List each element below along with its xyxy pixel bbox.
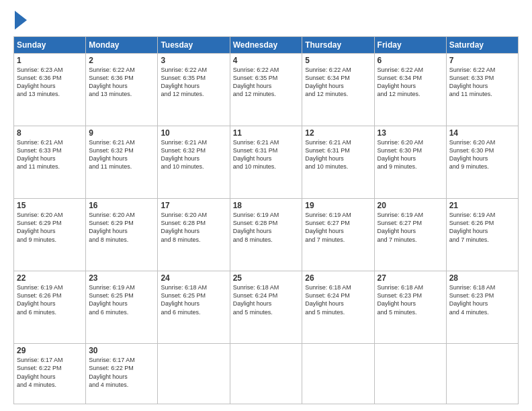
day-number: 21 (449, 201, 515, 210)
calendar-cell: 26Sunrise: 6:18 AMSunset: 6:24 PMDayligh… (302, 271, 374, 344)
cell-info: Sunrise: 6:17 AMSunset: 6:22 PMDaylight … (89, 357, 135, 387)
cell-info: Sunrise: 6:20 AMSunset: 6:30 PMDaylight … (378, 139, 424, 170)
calendar-cell: 19Sunrise: 6:19 AMSunset: 6:27 PMDayligh… (302, 199, 374, 271)
cell-info: Sunrise: 6:21 AMSunset: 6:32 PMDaylight … (89, 139, 135, 170)
calendar-cell: 2Sunrise: 6:22 AMSunset: 6:36 PMDaylight… (86, 54, 158, 126)
day-number: 22 (17, 273, 83, 283)
day-number: 20 (378, 201, 443, 210)
day-number: 7 (449, 56, 515, 65)
cell-info: Sunrise: 6:18 AMSunset: 6:23 PMDaylight … (449, 284, 496, 315)
calendar-cell: 22Sunrise: 6:19 AMSunset: 6:26 PMDayligh… (14, 271, 86, 344)
day-header-tuesday: Tuesday (158, 37, 230, 54)
calendar-cell: 18Sunrise: 6:19 AMSunset: 6:28 PMDayligh… (230, 199, 302, 271)
cell-info: Sunrise: 6:22 AMSunset: 6:34 PMDaylight … (305, 66, 351, 97)
cell-info: Sunrise: 6:21 AMSunset: 6:33 PMDaylight … (17, 139, 63, 170)
cell-info: Sunrise: 6:22 AMSunset: 6:35 PMDaylight … (233, 66, 279, 97)
day-number: 12 (305, 128, 371, 138)
cell-info: Sunrise: 6:23 AMSunset: 6:36 PMDaylight … (17, 66, 63, 97)
calendar-cell: 12Sunrise: 6:21 AMSunset: 6:31 PMDayligh… (302, 126, 374, 199)
calendar-cell (230, 344, 302, 404)
day-number: 24 (161, 273, 226, 283)
cell-info: Sunrise: 6:18 AMSunset: 6:24 PMDaylight … (233, 284, 279, 315)
cell-info: Sunrise: 6:22 AMSunset: 6:34 PMDaylight … (378, 66, 424, 97)
day-number: 5 (305, 56, 371, 65)
calendar-cell (158, 344, 230, 404)
cell-info: Sunrise: 6:17 AMSunset: 6:22 PMDaylight … (17, 357, 63, 387)
calendar-cell: 11Sunrise: 6:21 AMSunset: 6:31 PMDayligh… (230, 126, 302, 199)
day-number: 4 (233, 56, 300, 65)
cell-info: Sunrise: 6:19 AMSunset: 6:28 PMDaylight … (233, 212, 279, 242)
day-header-monday: Monday (86, 37, 158, 54)
day-number: 25 (233, 273, 300, 283)
cell-info: Sunrise: 6:19 AMSunset: 6:27 PMDaylight … (378, 212, 424, 242)
calendar-cell: 4Sunrise: 6:22 AMSunset: 6:35 PMDaylight… (230, 54, 302, 126)
cell-info: Sunrise: 6:20 AMSunset: 6:29 PMDaylight … (89, 212, 135, 242)
calendar-cell (446, 344, 518, 404)
day-number: 6 (378, 56, 443, 65)
calendar-cell: 7Sunrise: 6:22 AMSunset: 6:33 PMDaylight… (446, 54, 518, 126)
day-number: 2 (89, 56, 154, 65)
logo (13, 11, 27, 30)
day-number: 26 (305, 273, 371, 283)
cell-info: Sunrise: 6:21 AMSunset: 6:32 PMDaylight … (161, 139, 207, 170)
cell-info: Sunrise: 6:18 AMSunset: 6:23 PMDaylight … (378, 284, 424, 315)
calendar-cell: 21Sunrise: 6:19 AMSunset: 6:26 PMDayligh… (446, 199, 518, 271)
day-number: 18 (233, 201, 300, 210)
cell-info: Sunrise: 6:21 AMSunset: 6:31 PMDaylight … (233, 139, 279, 170)
cell-info: Sunrise: 6:18 AMSunset: 6:25 PMDaylight … (161, 284, 207, 315)
day-number: 28 (449, 273, 515, 283)
day-number: 11 (233, 128, 300, 138)
calendar-cell: 17Sunrise: 6:20 AMSunset: 6:28 PMDayligh… (158, 199, 230, 271)
day-number: 13 (378, 128, 443, 138)
day-number: 10 (161, 128, 226, 138)
calendar-cell (374, 344, 446, 404)
calendar-cell: 13Sunrise: 6:20 AMSunset: 6:30 PMDayligh… (374, 126, 446, 199)
calendar-cell: 25Sunrise: 6:18 AMSunset: 6:24 PMDayligh… (230, 271, 302, 344)
calendar-cell: 28Sunrise: 6:18 AMSunset: 6:23 PMDayligh… (446, 271, 518, 344)
day-number: 27 (378, 273, 443, 283)
calendar-header-row: SundayMondayTuesdayWednesdayThursdayFrid… (14, 37, 519, 54)
day-number: 3 (161, 56, 226, 65)
calendar-cell: 24Sunrise: 6:18 AMSunset: 6:25 PMDayligh… (158, 271, 230, 344)
calendar-week-row: 22Sunrise: 6:19 AMSunset: 6:26 PMDayligh… (14, 271, 519, 344)
calendar-cell: 15Sunrise: 6:20 AMSunset: 6:29 PMDayligh… (14, 199, 86, 271)
cell-info: Sunrise: 6:19 AMSunset: 6:25 PMDaylight … (89, 284, 135, 315)
cell-info: Sunrise: 6:20 AMSunset: 6:29 PMDaylight … (17, 212, 63, 242)
day-header-thursday: Thursday (302, 37, 374, 54)
calendar-week-row: 1Sunrise: 6:23 AMSunset: 6:36 PMDaylight… (14, 54, 519, 126)
calendar-cell: 5Sunrise: 6:22 AMSunset: 6:34 PMDaylight… (302, 54, 374, 126)
day-number: 1 (17, 56, 83, 65)
day-number: 19 (305, 201, 371, 210)
day-number: 9 (89, 128, 154, 138)
calendar-cell: 10Sunrise: 6:21 AMSunset: 6:32 PMDayligh… (158, 126, 230, 199)
calendar-cell: 14Sunrise: 6:20 AMSunset: 6:30 PMDayligh… (446, 126, 518, 199)
cell-info: Sunrise: 6:20 AMSunset: 6:30 PMDaylight … (449, 139, 496, 170)
cell-info: Sunrise: 6:19 AMSunset: 6:27 PMDaylight … (305, 212, 351, 242)
calendar-week-row: 8Sunrise: 6:21 AMSunset: 6:33 PMDaylight… (14, 126, 519, 199)
cell-info: Sunrise: 6:22 AMSunset: 6:35 PMDaylight … (161, 66, 207, 97)
cell-info: Sunrise: 6:20 AMSunset: 6:28 PMDaylight … (161, 212, 207, 242)
day-number: 30 (89, 346, 154, 355)
day-header-saturday: Saturday (446, 37, 518, 54)
svg-marker-0 (15, 11, 27, 30)
day-header-wednesday: Wednesday (230, 37, 302, 54)
day-number: 8 (17, 128, 83, 138)
calendar-cell: 1Sunrise: 6:23 AMSunset: 6:36 PMDaylight… (14, 54, 86, 126)
calendar-cell: 30Sunrise: 6:17 AMSunset: 6:22 PMDayligh… (86, 344, 158, 404)
cell-info: Sunrise: 6:18 AMSunset: 6:24 PMDaylight … (305, 284, 351, 315)
calendar-cell: 9Sunrise: 6:21 AMSunset: 6:32 PMDaylight… (86, 126, 158, 199)
cell-info: Sunrise: 6:19 AMSunset: 6:26 PMDaylight … (17, 284, 63, 315)
calendar-table: SundayMondayTuesdayWednesdayThursdayFrid… (13, 36, 519, 404)
calendar-cell (302, 344, 374, 404)
calendar-cell: 6Sunrise: 6:22 AMSunset: 6:34 PMDaylight… (374, 54, 446, 126)
day-header-friday: Friday (374, 37, 446, 54)
day-header-sunday: Sunday (14, 37, 86, 54)
calendar-week-row: 15Sunrise: 6:20 AMSunset: 6:29 PMDayligh… (14, 199, 519, 271)
calendar-cell: 16Sunrise: 6:20 AMSunset: 6:29 PMDayligh… (86, 199, 158, 271)
day-number: 15 (17, 201, 83, 210)
day-number: 29 (17, 346, 83, 355)
calendar-cell: 3Sunrise: 6:22 AMSunset: 6:35 PMDaylight… (158, 54, 230, 126)
day-number: 16 (89, 201, 154, 210)
cell-info: Sunrise: 6:21 AMSunset: 6:31 PMDaylight … (305, 139, 351, 170)
calendar-cell: 29Sunrise: 6:17 AMSunset: 6:22 PMDayligh… (14, 344, 86, 404)
